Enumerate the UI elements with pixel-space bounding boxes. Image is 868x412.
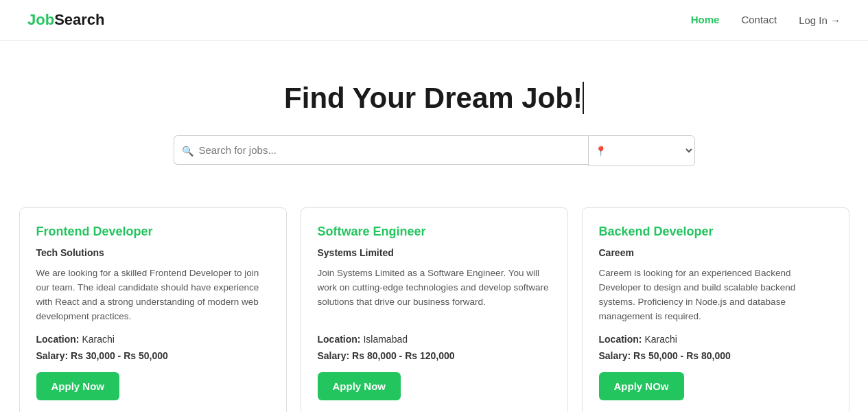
brand-logo[interactable]: JobSearch (27, 11, 105, 29)
nav-item-home[interactable]: Home (691, 14, 720, 26)
apply-button-0[interactable]: Apply Now (36, 372, 120, 400)
nav-link-home[interactable]: Home (691, 14, 720, 25)
brand-job: Job (27, 11, 54, 28)
search-bar: 🔍 📍 Karachi Islamabad Lahore (174, 135, 695, 166)
hero-title: Find Your Dream Job! (27, 82, 841, 115)
job-card-1: Software Engineer Systems Limited Join S… (301, 207, 568, 412)
job-location-1: Location: Islamabad (318, 334, 551, 345)
cursor-blink (583, 82, 584, 114)
jobs-section: Frontend Developer Tech Solutions We are… (0, 194, 868, 412)
job-salary-2: Salary: Rs 50,000 - Rs 80,000 (599, 350, 832, 361)
brand-search: Search (54, 11, 104, 28)
nav-link-login[interactable]: Log In → (799, 14, 841, 26)
job-company-2: Careem (599, 247, 832, 258)
job-title-1: Software Engineer (318, 225, 551, 239)
search-input-wrapper: 🔍 (174, 135, 588, 166)
job-card-2: Backend Developer Careem Careem is looki… (582, 207, 849, 412)
apply-button-2[interactable]: Apply NOw (599, 372, 684, 400)
location-select-wrapper: 📍 Karachi Islamabad Lahore (588, 135, 695, 166)
location-select[interactable]: Karachi Islamabad Lahore (588, 135, 695, 166)
job-company-0: Tech Solutions (36, 247, 270, 258)
job-salary-1: Salary: Rs 80,000 - Rs 120,000 (318, 350, 551, 361)
search-input[interactable] (174, 135, 588, 165)
job-location-0: Location: Karachi (36, 334, 270, 345)
job-description-1: Join Systems Limited as a Software Engin… (318, 266, 551, 324)
search-icon: 🔍 (182, 146, 193, 157)
nav-item-login[interactable]: Log In → (799, 14, 841, 26)
job-title-0: Frontend Developer (36, 225, 270, 239)
job-location-2: Location: Karachi (599, 334, 832, 345)
nav-link-contact[interactable]: Contact (741, 14, 777, 25)
hero-section: Find Your Dream Job! 🔍 📍 Karachi Islamab… (0, 41, 868, 194)
job-salary-0: Salary: Rs 30,000 - Rs 50,000 (36, 350, 270, 361)
job-description-0: We are looking for a skilled Frontend De… (36, 266, 270, 324)
navbar: JobSearch Home Contact Log In → (0, 0, 868, 41)
nav-links: Home Contact Log In → (691, 14, 841, 26)
job-company-1: Systems Limited (318, 247, 551, 258)
job-description-2: Careem is looking for an experienced Bac… (599, 266, 832, 324)
job-title-2: Backend Developer (599, 225, 832, 239)
job-card-0: Frontend Developer Tech Solutions We are… (19, 207, 287, 412)
apply-button-1[interactable]: Apply Now (318, 372, 401, 400)
nav-item-contact[interactable]: Contact (741, 14, 777, 26)
